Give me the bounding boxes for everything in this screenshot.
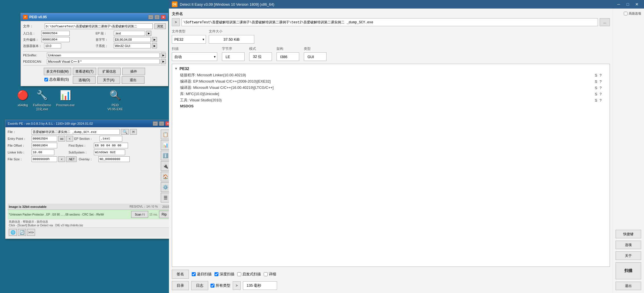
peid-first-byte-arrow[interactable]: ▶ [152, 37, 157, 42]
exeinfo-maximize-btn[interactable]: □ [159, 121, 164, 126]
peid-first-byte-label: 首字节： [96, 38, 113, 42]
peid-peiddscan-arrow[interactable]: ▶ [161, 59, 166, 64]
die-result-q-2[interactable]: ? [600, 86, 602, 90]
exeinfo-search-btn[interactable]: 🔍 [121, 129, 129, 135]
die-path-input[interactable] [181, 18, 598, 26]
peid-peiddscan-input[interactable] [47, 59, 160, 64]
die-shortcuts-btn[interactable]: 快捷键 [616, 230, 641, 238]
die-result-q-0[interactable]: ? [600, 73, 602, 77]
die-detail-cb[interactable] [264, 272, 268, 276]
die-deep-label: 深度扫描 [220, 272, 234, 277]
exeinfo-subsystem-input[interactable] [94, 149, 125, 155]
die-result-q-1[interactable]: ? [600, 79, 602, 84]
peid-subsystem-input[interactable] [114, 43, 151, 48]
peid-close-btn[interactable]: ✕ [161, 15, 166, 19]
peid-ep-section-arrow[interactable]: ▶ [146, 31, 151, 36]
exeinfo-subsystem-label: SubSystem： [69, 150, 93, 155]
die-browse-btn[interactable]: ... [600, 18, 610, 26]
peid-offset-input[interactable] [41, 37, 70, 42]
die-path-arrow-btn[interactable]: > [172, 18, 180, 26]
exeinfo-forward-btn[interactable]: >=> [27, 229, 35, 236]
fixres-label: FixResDemo汉化.exe [33, 103, 51, 111]
peid-titlebar: P PEiD v0.95 ─ □ ✕ [21, 13, 168, 21]
exeinfo-offset-input[interactable] [32, 143, 57, 148]
die-result-q-3[interactable]: ? [600, 92, 602, 96]
exeinfo-first-bytes-input[interactable] [94, 143, 128, 148]
die-result-text-3: 库: MFC(10.0)[Unicode] [180, 91, 595, 97]
die-recursive-cb[interactable] [192, 272, 196, 276]
exeinfo-minimize-btn[interactable]: ─ [153, 121, 158, 126]
die-recursive-label: 递归扫描 [197, 272, 212, 277]
desktop-icon-peid[interactable]: 🔍 PEiDV0.95.EXE [104, 88, 127, 111]
peid-maximize-btn[interactable]: □ [154, 15, 160, 19]
peid-plugin-btn[interactable]: 插件 [122, 68, 145, 75]
peid-expand-btn[interactable]: 扩展信息 [98, 68, 121, 75]
die-result-text-0: 链接程序: Microsoft Linker(10.00.40219) [180, 73, 595, 78]
peid-file-input[interactable] [45, 23, 153, 29]
die-scan-select[interactable]: 自动 [172, 52, 217, 61]
peid-first-byte-input[interactable] [114, 37, 151, 42]
exeinfo-net-btn[interactable]: .NET [66, 156, 77, 162]
exeinfo-filesize-input[interactable] [32, 156, 57, 162]
die-restore-btn[interactable]: □ [624, 1, 632, 7]
die-nav-btn[interactable]: > [233, 281, 241, 290]
exeinfo-h-btn[interactable]: H [130, 129, 137, 135]
die-result-pe32-section: ▼ PE32 链接程序: Microsoft Linker(10.00.4021… [174, 66, 607, 109]
exeinfo-ep-section-input[interactable] [100, 136, 122, 142]
peid-pesniffer-input[interactable] [47, 53, 160, 58]
exeinfo-globe-btn[interactable]: 🌐 [9, 229, 17, 236]
die-mode-value: 32 位 [249, 52, 272, 61]
peid-topmost-cb[interactable] [44, 78, 48, 81]
die-heuristic-cb[interactable] [237, 272, 241, 276]
die-about-btn[interactable]: 关于 [616, 251, 641, 260]
peid-linker-input[interactable] [44, 43, 61, 48]
die-all-types-cb[interactable] [210, 284, 214, 288]
die-result-s-3: S [595, 92, 597, 96]
peid-ep-section-input[interactable] [114, 31, 145, 36]
exeinfo-linker-input[interactable] [32, 149, 54, 155]
exeinfo-file-input[interactable] [32, 129, 120, 135]
exeinfo-ep-input[interactable] [32, 136, 57, 142]
exeinfo-ep-section-label: EP Section： [74, 137, 98, 141]
die-log-btn[interactable]: 日志 [191, 281, 208, 290]
die-deep-cb[interactable] [214, 272, 218, 276]
peid-minimize-btn[interactable]: ─ [148, 15, 153, 19]
die-scan-big-btn[interactable]: 扫描 [616, 262, 641, 279]
die-advanced-cb[interactable] [624, 12, 628, 15]
peid-desktop-icon: 🔍 [108, 88, 122, 102]
exeinfo-overlay-input[interactable] [98, 156, 130, 162]
peid-multi-scan-btn[interactable]: 多文件扫描(M) [44, 68, 71, 75]
die-result-q-4[interactable]: ? [600, 98, 602, 103]
die-sign-btn[interactable]: 签名 [172, 270, 189, 279]
fixres-icon: 🔧 [35, 88, 49, 102]
die-close-btn[interactable]: ✕ [633, 1, 641, 7]
exeinfo-oo-btn[interactable]: oo [58, 136, 65, 142]
die-byte-order-value: LE [222, 52, 245, 61]
exeinfo-rip-btn[interactable]: Rip [159, 211, 169, 218]
die-dir-btn[interactable]: 目录 [172, 281, 189, 290]
peid-options-btn[interactable]: 选项(O) [73, 76, 96, 84]
die-file-type-select[interactable]: PE32 [172, 35, 206, 44]
die-exit-btn[interactable]: 退出 [616, 282, 641, 290]
exeinfo-overlay-label: Overlay： [79, 157, 97, 161]
die-options-btn[interactable]: 选项 [616, 241, 641, 249]
peid-subsystem-arrow[interactable]: ▶ [152, 43, 157, 48]
exeinfo-less-btn[interactable]: < [66, 136, 73, 142]
exeinfo-less2-btn[interactable]: < [58, 156, 65, 162]
peid-ep-input[interactable] [41, 31, 70, 36]
desktop-icon-fixres[interactable]: 🔧 FixResDemo汉化.exe [31, 88, 53, 111]
peid-browse-btn[interactable]: 浏览 [154, 23, 166, 29]
peid-pesniffer-arrow[interactable]: ▶ [161, 53, 166, 58]
peid-exit-btn[interactable]: 退出 [122, 76, 145, 84]
exeinfo-window: Exeinfo PE - ver.0.0.8.3 by A.S.L - 1183… [5, 120, 173, 239]
die-results-area: ▼ PE32 链接程序: Microsoft Linker(10.00.4021… [172, 64, 610, 267]
peid-about-btn[interactable]: 关于(A) [97, 76, 120, 84]
exeinfo-first-bytes-label: First Bytes： [69, 144, 93, 148]
exeinfo-linker-label: Linker Info： [8, 150, 30, 155]
x64dbg-icon: 🔴 [16, 88, 30, 102]
peid-view-process-btn[interactable]: 查看进程(T) [73, 68, 96, 75]
die-minimize-btn[interactable]: ─ [614, 1, 623, 7]
desktop-icon-procmon[interactable]: 📊 Procmon.exe [54, 88, 77, 107]
exeinfo-scan-btn[interactable]: Scan / t [131, 211, 148, 218]
exeinfo-refresh-btn[interactable]: 🔄 [18, 229, 26, 236]
